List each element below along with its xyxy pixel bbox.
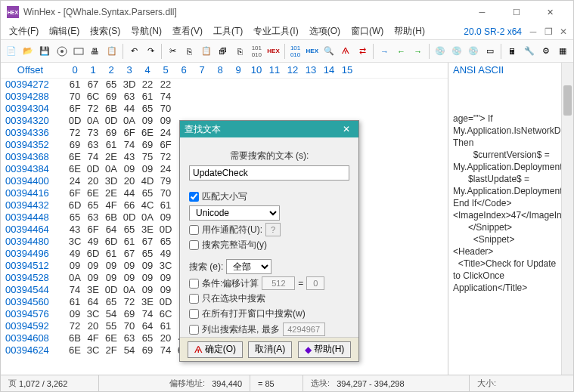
- maximize-button[interactable]: ☐: [499, 2, 533, 23]
- drive-icon[interactable]: [71, 43, 86, 60]
- scope-label: 搜索 (e):: [189, 261, 223, 273]
- match-case-checkbox[interactable]: 匹配大小写: [189, 190, 247, 203]
- wildcards-checkbox[interactable]: 用作通配符(U):: [189, 224, 262, 236]
- calc-icon[interactable]: 🖩: [504, 43, 520, 60]
- close-button[interactable]: ✕: [533, 2, 567, 23]
- menu-view[interactable]: 查看(V): [167, 23, 208, 39]
- cancel-button[interactable]: 取消(A): [248, 341, 292, 358]
- gear-icon[interactable]: ⚙: [538, 43, 554, 60]
- cond-rem-input[interactable]: [306, 276, 324, 290]
- redo-icon[interactable]: ↷: [143, 43, 158, 60]
- hex-bytes[interactable]: 616465723E0D: [60, 296, 175, 308]
- forward-icon[interactable]: →: [411, 43, 426, 60]
- disk-icon[interactable]: [54, 43, 70, 60]
- hex-icon[interactable]: HEX: [265, 43, 281, 60]
- properties-icon[interactable]: 📋: [104, 43, 119, 60]
- menu-search[interactable]: 搜索(S): [85, 23, 126, 39]
- open-folder-icon[interactable]: 📂: [20, 43, 36, 60]
- hex-bytes[interactable]: 722055706461: [60, 320, 175, 332]
- hex-bytes[interactable]: 706C69636174: [60, 91, 175, 103]
- find-hex-icon[interactable]: HEX: [305, 43, 320, 60]
- tool-icon[interactable]: 🔧: [522, 43, 537, 60]
- hex-bytes[interactable]: 3C496D616765: [60, 236, 175, 248]
- hex-col-header: 7: [193, 64, 211, 76]
- list-max-input[interactable]: [283, 323, 325, 336]
- scrollbar-thumb[interactable]: [563, 85, 572, 116]
- find-binary-icon[interactable]: 101010: [288, 43, 303, 60]
- hex-bytes[interactable]: 24203D204D79: [60, 175, 175, 187]
- hex-bytes[interactable]: 6F6E2E446570: [60, 187, 175, 199]
- help-button[interactable]: ◆帮助(H): [298, 341, 352, 358]
- cond-mod-input[interactable]: [262, 276, 295, 290]
- whole-words-checkbox[interactable]: 搜索完整语句(y): [189, 239, 267, 252]
- menu-tools[interactable]: 工具(T): [208, 23, 248, 39]
- minimize-button[interactable]: ─: [465, 2, 499, 23]
- hex-col-header: 10: [247, 64, 265, 76]
- hex-row[interactable]: 00394288706C69636174: [1, 91, 448, 103]
- hex-bytes[interactable]: 09090909093C: [60, 260, 175, 272]
- find-text-icon[interactable]: Ѧ: [338, 43, 353, 60]
- grid-icon[interactable]: ▦: [555, 43, 570, 60]
- paste-icon[interactable]: 📋: [199, 43, 214, 60]
- hex-bytes[interactable]: 0D0A0D0A0909: [60, 115, 175, 127]
- hex-bytes[interactable]: 093C5469746C: [60, 308, 175, 320]
- cond-offset-checkbox[interactable]: 条件:偏移计算: [189, 277, 259, 290]
- clipboard-icon[interactable]: 🗊: [216, 43, 231, 60]
- vertical-scrollbar[interactable]: [561, 63, 573, 375]
- hex-bytes[interactable]: 69636174696F: [60, 139, 175, 151]
- cut-icon[interactable]: ✂: [165, 43, 180, 60]
- binary-icon[interactable]: 101010: [249, 43, 264, 60]
- hex-row[interactable]: 003942726167653D2222: [1, 79, 448, 91]
- list-results-checkbox[interactable]: 列出搜索结果, 最多: [189, 323, 280, 336]
- dialog-titlebar[interactable]: 查找文本 ✕: [180, 121, 358, 137]
- replace-icon[interactable]: ⇄: [355, 43, 370, 60]
- hex-bytes[interactable]: 436F64653E0D: [60, 224, 175, 236]
- hex-bytes[interactable]: 65636B0D0A09: [60, 211, 175, 224]
- menu-help[interactable]: 帮助(H): [389, 23, 430, 39]
- scope-select[interactable]: 全部: [226, 259, 271, 274]
- menu-file[interactable]: 文件(F): [4, 23, 44, 39]
- hex-bytes[interactable]: 6E742E437572: [60, 151, 175, 163]
- menu-options[interactable]: 选项(O): [304, 23, 346, 39]
- disk2-icon[interactable]: 💿: [449, 43, 464, 60]
- hex-bytes[interactable]: 0A0909090909: [60, 272, 175, 284]
- hex-bytes[interactable]: 7273696F6E24: [60, 127, 175, 139]
- new-file-icon[interactable]: 📄: [4, 43, 19, 60]
- menu-navigate[interactable]: 导航(N): [126, 23, 167, 39]
- disk1-icon[interactable]: 💿: [433, 43, 448, 60]
- ok-button[interactable]: Ѧ确定(O): [188, 341, 243, 358]
- find-icon[interactable]: 🔍: [321, 43, 337, 60]
- hex-bytes[interactable]: 6D654F664C61: [60, 199, 175, 211]
- goto-icon[interactable]: →: [377, 43, 392, 60]
- only-block-checkbox[interactable]: 只在选块中搜索: [189, 292, 265, 305]
- search-text-input[interactable]: [189, 165, 349, 181]
- mdi-close-icon[interactable]: ✕: [557, 26, 570, 38]
- offset-value: 00394320: [1, 115, 60, 127]
- print-icon[interactable]: 🖶: [88, 43, 103, 60]
- save-icon[interactable]: 💾: [37, 43, 52, 60]
- hex-bytes[interactable]: 6F726B446570: [60, 103, 175, 115]
- undo-icon[interactable]: ↶: [126, 43, 141, 60]
- ascii-panel[interactable]: ANSI ASCII age=""> If My.Application.IsN…: [448, 63, 561, 375]
- mdi-restore-icon[interactable]: ❐: [541, 26, 555, 38]
- wildcard-help-button[interactable]: ?: [265, 223, 281, 236]
- back-icon[interactable]: ←: [393, 43, 408, 60]
- ram-icon[interactable]: ▭: [482, 43, 498, 60]
- menu-pro-tools[interactable]: 专业工具(I): [248, 23, 303, 39]
- hex-row[interactable]: 003943046F726B446570: [1, 103, 448, 115]
- menu-edit[interactable]: 编辑(E): [44, 23, 85, 39]
- all-windows-checkbox[interactable]: 在所有打开窗口中搜索(w): [189, 307, 306, 320]
- mdi-minimize-icon[interactable]: ─: [526, 26, 540, 38]
- hex-bytes[interactable]: 6E0D0A090924: [60, 163, 175, 175]
- hex-bytes[interactable]: 496D61676549: [60, 248, 175, 260]
- encoding-select[interactable]: Unicode: [189, 205, 280, 221]
- hex-bytes[interactable]: 743E0D0A0909: [60, 284, 175, 296]
- offset-value: 00394480: [1, 236, 60, 248]
- dialog-close-icon[interactable]: ✕: [339, 124, 354, 134]
- hex-bytes[interactable]: 6167653D2222: [60, 79, 175, 91]
- hex-col-header: 1: [84, 64, 102, 76]
- copy-hex-icon[interactable]: ⎘: [232, 43, 247, 60]
- disk3-icon[interactable]: 💿: [466, 43, 481, 60]
- copy-icon[interactable]: ⎘: [182, 43, 197, 60]
- menu-window[interactable]: 窗口(W): [346, 23, 389, 39]
